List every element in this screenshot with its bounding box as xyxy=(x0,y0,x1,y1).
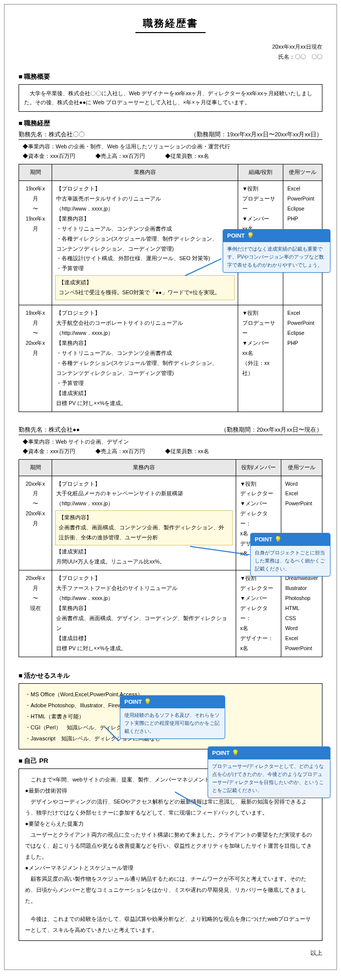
outline-box: 大学を卒業後、株式会社〇〇に入社し、Web デザイナーをxx年xxヶ月、ディレク… xyxy=(19,84,322,112)
cell-period: 19xx年x月 〜 19xx年x月 xyxy=(19,180,52,305)
cell-period: 20xx年x月 〜 現在 xyxy=(19,570,52,657)
cell-work: 【プロジェクト】 大手航空会社のコーポレートサイトのリニューアル （http:/… xyxy=(52,305,238,412)
cell-period: 20xx年x月 〜 20xx年x月 xyxy=(19,476,52,570)
resume-page: 職務経歴書 20xx年xx月xx日現在 氏名：〇〇 〇〇 職務概要 大学を卒業後… xyxy=(4,4,337,970)
section-skills-heading: 活かせるスキル xyxy=(19,671,322,680)
header-date-name: 20xx年xx月xx日現在 氏名：〇〇 〇〇 xyxy=(19,42,322,62)
th-period: 期間 xyxy=(19,164,52,180)
work-text-2: 【達成実績】 月間UU×万人を達成。リニューアル比xx%。 xyxy=(56,547,232,567)
point-label: POINT💡 xyxy=(223,230,330,242)
cell-tools: Dreamweaver Illustrator Photoshop HTML C… xyxy=(281,570,322,657)
table-row: 19xx年x月 〜 20xx年x月 【プロジェクト】 大手航空会社のコーポレート… xyxy=(19,305,322,412)
lightbulb-icon: 💡 xyxy=(144,697,151,707)
capital: 資本金：xxx百万円 xyxy=(23,152,75,160)
lightbulb-icon: 💡 xyxy=(247,231,254,241)
th-role: 役割/メンバー xyxy=(236,459,281,476)
th-work: 業務内容 xyxy=(52,164,238,180)
point-body: 事例だけではなく達成実績の記載も重要です。PVやコンバージョン率のアップなど数字… xyxy=(223,242,330,272)
pr-para-2: ユーザーとクライアント両方の視点に立ったサイト構築に努めて来ました。クライアント… xyxy=(25,829,316,862)
pr-para-1: デザインやコーディングの流行、SEOやアクセス解析などの最新情報は常に意識し、最… xyxy=(25,796,316,818)
pr-closing: 今後は、これまでの経験を活かして、収益試算や効果分析など、より戦略的な視点を身に… xyxy=(25,913,316,935)
workplace-row: 勤務先名：株式会社●● （勤務期間：20xx年xx月xx日〜現在） xyxy=(19,426,322,435)
current-date: 20xx年xx月xx日現在 xyxy=(19,42,322,52)
work-text: 【プロジェクト】 大手化粧品メーカのキャンペーンサイトの新規構築 （http:/… xyxy=(56,479,232,509)
point-callout-3: POINT💡 使用経験のあるソフト名及び、それらをソフト実際にどの程度使用可能な… xyxy=(120,695,225,739)
point-callout-1: POINT💡 事例だけではなく達成実績の記載も重要です。PVやコンバージョン率の… xyxy=(223,229,330,273)
point-body: 自身がプロジェクトごとに担当した業務は、なるべく細かくご記載ください。 xyxy=(251,546,330,576)
th-role: 組織/役割 xyxy=(238,164,283,180)
section-career-heading: 職務経歴 xyxy=(19,119,322,128)
table-header-row: 期間 業務内容 役割/メンバー 使用ツール xyxy=(19,459,322,476)
business-line: ◆事業内容：Web サイトの企画、デザイン xyxy=(23,438,322,446)
employees: 従業員数：xx名 xyxy=(165,448,209,455)
pr-heading-2: ●要望をとらえた提案力 xyxy=(25,818,316,829)
pr-heading-3: ●メンバーマネジメントとスケジュール管理 xyxy=(25,862,316,873)
pr-para-3: 顧客満足度の高い製作物をスケジュール通り納品するためには、チームワークが不可欠と… xyxy=(25,873,316,906)
table-row: 20xx年x月 〜 現在 【プロジェクト】 大手ファーストフード会社のサイトリニ… xyxy=(19,570,322,657)
workplace-row: 勤務先名：株式会社〇〇 （勤務期間：19xx年xx月xx日〜20xx年xx月xx… xyxy=(19,131,322,140)
point-label: POINT💡 xyxy=(251,533,330,546)
point-label: POINT💡 xyxy=(208,747,330,759)
company-meta: 資本金：xxx百万円 売上高：xx百万円 従業員数：xx名 xyxy=(23,152,322,160)
cell-role: ▼役割 ディレクター ▼メンバー ディレクター： x名 デザイナー： x名 xyxy=(236,570,281,657)
page-title: 職務経歴書 xyxy=(19,17,322,30)
capital: 資本金：xxx百万円 xyxy=(23,448,75,455)
workplace-period: （勤務期間：19xx年xx月xx日〜20xx年xx月xx日） xyxy=(191,131,322,138)
achievement-highlight: 【達成実績】 コンペ5社で受注を獲得。SEO対策で「●●」ワードで×位を実現。 xyxy=(55,275,235,300)
title-underline xyxy=(135,32,206,33)
cell-work: 【プロジェクト】 中古車販売ポータルサイトのリニューアル （http://www… xyxy=(52,180,238,305)
cell-role: ▼役割 プロデューサー ▼メンバー xx名 （外注：xx社） xyxy=(238,305,283,412)
career-table-1: 期間 業務内容 組織/役割 使用ツール 19xx年x月 〜 19xx年x月 【プ… xyxy=(19,164,322,412)
workplace-name: 勤務先名：株式会社●● xyxy=(19,426,80,434)
cell-work: 【プロジェクト】 大手化粧品メーカのキャンペーンサイトの新規構築 （http:/… xyxy=(52,476,236,570)
table-header-row: 期間 業務内容 組織/役割 使用ツール xyxy=(19,164,322,180)
workplace-name: 勤務先名：株式会社〇〇 xyxy=(19,131,85,138)
th-tools: 使用ツール xyxy=(281,459,322,476)
point-callout-2: POINT💡 自身がプロジェクトごとに担当した業務は、なるべく細かくご記載くださ… xyxy=(250,533,330,576)
cell-tools: Excel PowerPoint Eclipse PHP xyxy=(283,305,322,412)
th-period: 期間 xyxy=(19,459,52,476)
point-label: POINT💡 xyxy=(120,696,225,708)
workplace-period: （勤務期間：20xx年xx月xx日〜現在） xyxy=(221,426,322,434)
work-text: 【プロジェクト】 中古車販売ポータルサイトのリニューアル （http://www… xyxy=(56,184,234,274)
closing-text: 以上 xyxy=(19,949,322,957)
cell-period: 19xx年x月 〜 20xx年x月 xyxy=(19,305,52,412)
th-tools: 使用ツール xyxy=(283,164,322,180)
section-outline-heading: 職務概要 xyxy=(19,72,322,81)
point-callout-4: POINT💡 プロデューサー/ディレクターとして、どのような点を心がけてきたのか… xyxy=(208,746,330,798)
business-line: ◆事業内容：Web の企画・制作、Web を活用したソリューションの企画・運営代… xyxy=(23,143,322,150)
lightbulb-icon: 💡 xyxy=(232,748,239,758)
sales: 売上高：xx百万円 xyxy=(95,448,145,455)
point-body: プロデューサー/ディレクターとして、どのような点を心がけてきたのか、今後どのよう… xyxy=(208,759,330,798)
cell-work: 【プロジェクト】 大手ファーストフード会社のサイトリニューアル （http://… xyxy=(52,570,236,657)
company-meta: 資本金：xxx百万円 売上高：xx百万円 従業員数：xx名 xyxy=(23,448,322,455)
sales: 売上高：xx百万円 xyxy=(95,152,145,160)
lightbulb-icon: 💡 xyxy=(274,535,282,544)
employees: 従業員数：xx名 xyxy=(165,152,209,160)
work-content-highlight: 【業務内容】 企画書作成、画面構成、コンテンツ企画、製作ディレクション、外注折衝… xyxy=(55,510,233,545)
th-work: 業務内容 xyxy=(52,459,236,476)
point-body: 使用経験のあるソフト名及び、それらをソフト実際にどの程度使用可能なのかをご記載く… xyxy=(120,708,225,738)
name-field: 氏名：〇〇 〇〇 xyxy=(19,52,322,62)
